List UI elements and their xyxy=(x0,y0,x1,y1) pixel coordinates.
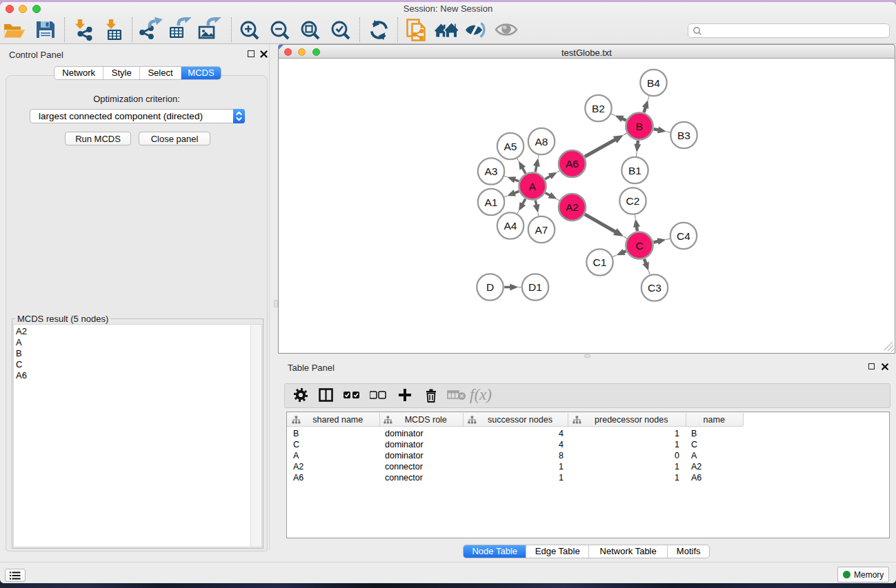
svg-text:C1: C1 xyxy=(593,256,607,268)
svg-text:A7: A7 xyxy=(535,224,548,236)
svg-text:A3: A3 xyxy=(485,165,498,177)
svg-text:A5: A5 xyxy=(504,141,517,152)
svg-text:D1: D1 xyxy=(528,281,542,293)
svg-text:C4: C4 xyxy=(677,230,690,242)
svg-text:A2: A2 xyxy=(566,201,579,213)
svg-text:A1: A1 xyxy=(485,196,498,208)
svg-text:B3: B3 xyxy=(677,130,690,141)
svg-text:C: C xyxy=(635,240,643,252)
svg-text:C3: C3 xyxy=(648,282,661,294)
svg-text:B1: B1 xyxy=(628,165,641,176)
svg-text:A8: A8 xyxy=(535,136,548,148)
svg-text:D: D xyxy=(486,281,494,293)
svg-text:A6: A6 xyxy=(566,158,579,170)
svg-text:A: A xyxy=(529,181,537,192)
svg-text:B4: B4 xyxy=(647,77,660,89)
svg-text:C2: C2 xyxy=(626,195,640,207)
svg-text:B2: B2 xyxy=(592,103,605,114)
svg-text:A4: A4 xyxy=(504,220,517,232)
svg-text:B: B xyxy=(636,121,643,132)
